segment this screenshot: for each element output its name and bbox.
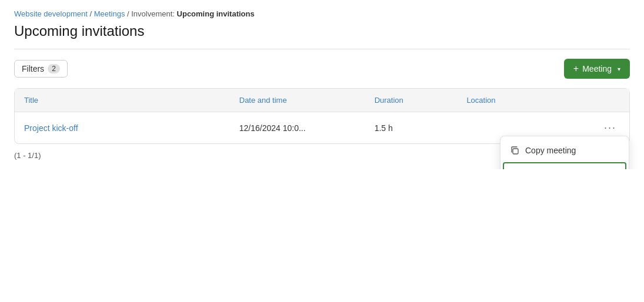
chevron-down-icon: ▾	[618, 66, 620, 72]
add-meeting-button[interactable]: + Meeting ▾	[564, 59, 630, 79]
meeting-btn-label: Meeting	[582, 64, 612, 73]
meetings-table: Title Date and time Duration Location Pr…	[15, 89, 629, 143]
table-row: Project kick-off 12/16/2024 10:0... 1.5 …	[15, 112, 629, 144]
filters-button[interactable]: Filters 2	[14, 60, 68, 78]
cell-title: Project kick-off	[15, 112, 230, 144]
filters-label: Filters	[22, 64, 44, 73]
copy-meeting-label: Copy meeting	[525, 146, 576, 155]
column-header-location: Location	[457, 89, 580, 112]
copy-icon	[510, 146, 519, 155]
column-header-title: Title	[15, 89, 230, 112]
copy-meeting-button[interactable]: Copy meeting	[500, 140, 629, 161]
page-title: Upcoming invitations	[14, 23, 630, 39]
filters-badge: 2	[48, 64, 60, 73]
cell-duration: 1.5 h	[365, 112, 458, 144]
breadcrumb: Website development / Meetings / Involve…	[14, 9, 630, 18]
column-header-datetime: Date and time	[230, 89, 365, 112]
breadcrumb-website-dev[interactable]: Website development	[14, 9, 88, 18]
column-header-actions	[580, 89, 629, 112]
download-icalendar-label: Download iCalendar event	[526, 168, 618, 169]
cell-actions: ··· Copy meeting	[580, 112, 629, 144]
column-header-duration: Duration	[365, 89, 458, 112]
svg-rect-0	[513, 149, 518, 154]
section-divider	[14, 49, 630, 49]
toolbar: Filters 2 + Meeting ▾	[14, 59, 630, 79]
row-more-button[interactable]: ···	[600, 120, 620, 135]
plus-icon: +	[573, 63, 579, 74]
breadcrumb-meetings[interactable]: Meetings	[94, 9, 125, 18]
download-icalendar-button[interactable]: Download iCalendar event	[503, 162, 626, 169]
cell-datetime: 12/16/2024 10:0...	[230, 112, 365, 144]
pagination-text: (1 - 1/1)	[14, 151, 41, 160]
meeting-title-link[interactable]: Project kick-off	[24, 123, 78, 133]
meetings-table-wrapper: Title Date and time Duration Location Pr…	[14, 88, 630, 144]
table-header-row: Title Date and time Duration Location	[15, 89, 629, 112]
context-menu: Copy meeting Download iCalendar event	[500, 136, 629, 169]
